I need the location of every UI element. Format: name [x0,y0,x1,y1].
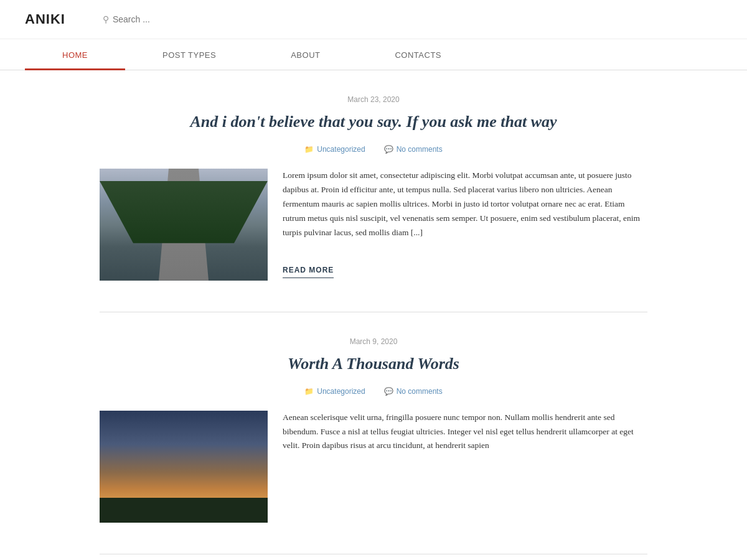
post-2-body: Aenean scelerisque velit urna, fringilla… [100,411,647,523]
post-1-category[interactable]: Uncategorized [317,145,365,154]
search-icon: ⚲ [103,14,109,25]
post-1-body: Lorem ipsum dolor sit amet, consectetur … [100,169,647,281]
nav-item-about[interactable]: ABOUT [253,39,357,70]
search-input[interactable] [113,14,237,24]
post-1-read-more[interactable]: READ MORE [283,264,334,278]
post-2-category[interactable]: Uncategorized [317,387,365,396]
post-2-comments[interactable]: No comments [397,387,443,396]
comment-icon-2: 💬 [384,387,393,396]
site-header: ANIKI ⚲ [0,0,747,39]
nav-item-contacts[interactable]: CONTACTS [357,39,479,70]
post-2: March 9, 2020 Worth A Thousand Words 📁 U… [100,312,647,554]
post-2-excerpt: Aenean scelerisque velit urna, fringilla… [283,413,634,450]
comment-icon: 💬 [384,145,393,154]
nav-item-home[interactable]: HOME [25,39,125,70]
post-2-date: March 9, 2020 [100,337,647,346]
post-1-meta: 📁 Uncategorized 💬 No comments [100,145,647,154]
post-2-image [100,411,268,523]
post-2-text: Aenean scelerisque velit urna, fringilla… [283,411,647,454]
nav-item-post-types[interactable]: POST TYPES [125,39,253,70]
post-1-comments[interactable]: No comments [397,145,443,154]
main-nav: HOME POST TYPES ABOUT CONTACTS [0,39,747,70]
post-2-comments-wrap: 💬 No comments [384,387,443,396]
post-1-text: Lorem ipsum dolor sit amet, consectetur … [283,169,647,278]
post-1-title[interactable]: And i don't believe that you say. If you… [100,111,647,133]
folder-icon: 📁 [304,145,314,154]
main-content: March 23, 2020 And i don't believe that … [75,70,672,554]
post-1-comments-wrap: 💬 No comments [384,145,443,154]
site-title[interactable]: ANIKI [25,11,65,27]
post-2-meta: 📁 Uncategorized 💬 No comments [100,387,647,396]
post-1-image [100,169,268,281]
post-1-excerpt: Lorem ipsum dolor sit amet, consectetur … [283,170,640,237]
folder-icon-2: 📁 [304,387,314,396]
sunset-image [100,411,268,523]
post-1: March 23, 2020 And i don't believe that … [100,70,647,312]
post-1-date: March 23, 2020 [100,95,647,104]
road-image [100,169,268,281]
search-box: ⚲ [103,14,722,25]
post-2-title[interactable]: Worth A Thousand Words [100,353,647,375]
post-1-category-wrap: 📁 Uncategorized [304,145,365,154]
post-2-category-wrap: 📁 Uncategorized [304,387,365,396]
